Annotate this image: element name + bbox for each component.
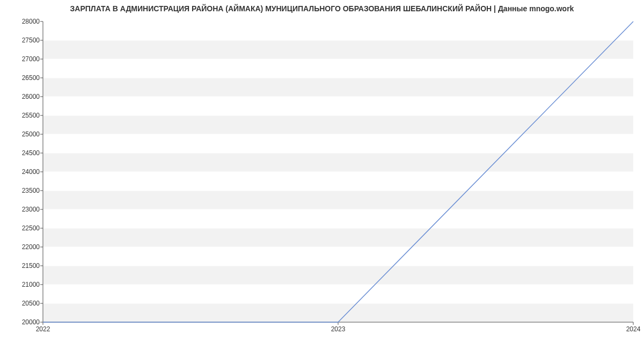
svg-rect-14	[43, 40, 633, 59]
chart-title: ЗАРПЛАТА В АДМИНИСТРАЦИЯ РАЙОНА (АЙМАКА)…	[0, 4, 644, 13]
svg-rect-3	[43, 247, 633, 266]
y-tick-label: 22500	[22, 224, 40, 232]
svg-rect-7	[43, 172, 633, 191]
y-tick-label: 23500	[22, 187, 40, 194]
y-tick-label: 24000	[22, 168, 40, 176]
svg-rect-11	[43, 97, 633, 115]
y-tick-label: 26500	[22, 74, 40, 82]
svg-rect-1	[43, 285, 633, 303]
svg-rect-5	[43, 209, 633, 228]
svg-rect-0	[43, 303, 633, 322]
x-tick-label: 2022	[36, 325, 50, 333]
chart-svg	[43, 21, 633, 322]
y-tick-label: 25500	[22, 112, 40, 119]
svg-rect-15	[43, 21, 633, 40]
svg-rect-6	[43, 191, 633, 209]
y-tick-label: 24500	[22, 149, 40, 157]
y-tick-label: 26000	[22, 93, 40, 100]
y-tick-label: 27500	[22, 37, 40, 44]
y-tick-label: 22000	[22, 243, 40, 251]
y-tick-label: 21500	[22, 262, 40, 270]
svg-rect-12	[43, 78, 633, 97]
svg-rect-8	[43, 153, 633, 172]
y-tick-label: 28000	[22, 18, 40, 25]
x-tick-label: 2024	[626, 325, 641, 333]
svg-rect-10	[43, 115, 633, 134]
y-tick-label: 27000	[22, 55, 40, 63]
y-tick-label: 20000	[22, 318, 40, 326]
svg-rect-4	[43, 228, 633, 247]
y-tick-label: 21000	[22, 281, 40, 288]
svg-rect-9	[43, 134, 633, 153]
chart-container: ЗАРПЛАТА В АДМИНИСТРАЦИЯ РАЙОНА (АЙМАКА)…	[0, 0, 644, 349]
svg-rect-13	[43, 59, 633, 78]
y-tick-label: 20500	[22, 300, 40, 307]
y-tick-label: 25000	[22, 130, 40, 138]
plot-area	[43, 21, 633, 322]
x-tick-label: 2023	[331, 325, 346, 333]
svg-rect-2	[43, 266, 633, 285]
y-tick-label: 23000	[22, 206, 40, 213]
